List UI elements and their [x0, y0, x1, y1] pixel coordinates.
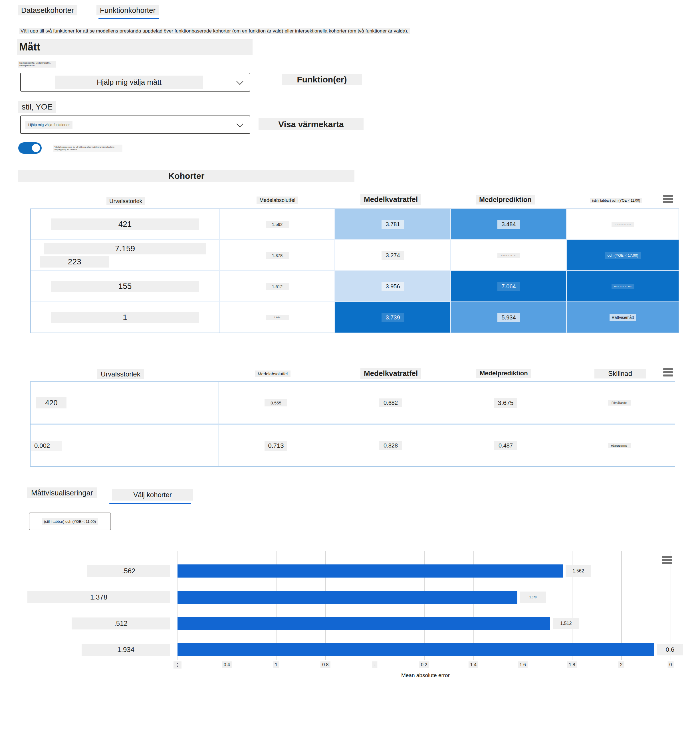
difference-table-cell: Måttfördelning [563, 425, 675, 466]
chart-bar [178, 591, 518, 604]
tab-feature-cohorts[interactable]: Funktionkohorter [96, 6, 159, 15]
heatmap-label: Visa värmekarta [259, 118, 363, 130]
cohort-table-cell: 1.934 [220, 302, 334, 333]
cell-value: Förhållande [608, 400, 631, 405]
features-label: Funktion(er) [282, 74, 362, 85]
features-dropdown[interactable]: Hjälp mig välja funktioner [20, 116, 250, 134]
metrics-dropdown-value: Hjälp mig välja mått [55, 76, 203, 89]
cell-value: 0.487 [494, 441, 517, 450]
difference-table-cell: 420 [31, 382, 219, 424]
chart-bar [178, 617, 550, 630]
tab-dataset-cohorts[interactable]: Datasetkohorter [18, 6, 77, 15]
cell-value: 7.159 [44, 243, 206, 254]
metrics-dropdown[interactable]: Hjälp mig välja mått [20, 73, 250, 91]
column-header-cohort: (stil i tabbar) och (YOE < 11.00) [590, 198, 643, 203]
category-label: 1.934 [82, 644, 170, 656]
x-tick-label: 0 [668, 661, 674, 668]
heatmap-toggle[interactable] [18, 142, 42, 154]
cell-value: 7.064 [497, 282, 520, 291]
cell-value: 3.956 [382, 282, 404, 291]
cell-value: 1.512 [266, 283, 289, 290]
x-tick-label: 1.6 [518, 661, 527, 668]
tab-metric-visualizations[interactable]: Måttvisualiseringar [27, 489, 97, 498]
chart-bar [178, 643, 654, 656]
cell-value: 1.378 [266, 252, 289, 259]
cohort-table-cell: och (YOE < 17.00) [567, 240, 679, 270]
difference-table-cell: 0.555 [219, 382, 333, 424]
difference-table-cell: 0.002 [31, 425, 219, 466]
cohort-metric-table: 4211.5623.7813.484·· · ··· ··· ··· ·· ··… [30, 208, 679, 333]
cohort-table-cell: 1 [31, 302, 219, 333]
x-tick-label: 1.8 [567, 661, 577, 668]
toggle-caption: Växla knappen om du vill aktivera eller … [53, 145, 122, 152]
column-header-mae: Medelabsolutfel [257, 197, 298, 204]
cohort-table-cell: 155 [31, 271, 219, 301]
x-tick-label: 0.2 [419, 661, 429, 668]
x-tick-label: 0.4 [222, 661, 232, 668]
toggle-knob [32, 144, 40, 152]
cell-value: 0.828 [379, 441, 402, 450]
cohort-table-cell: 1.562 [220, 209, 334, 239]
cohort-table-cell: 7.159223 [31, 240, 219, 270]
difference-table-cell: 0.713 [219, 425, 333, 466]
difference-table-cell: 0.487 [448, 425, 563, 466]
active-tab-underline [109, 503, 191, 504]
cell-value: 223 [40, 256, 109, 267]
difference-table-cell: Förhållande [563, 382, 675, 424]
cell-value: 1.934 [266, 315, 289, 320]
cell-value: · ··· ·· ·· ··· · ··· [497, 253, 520, 258]
cohort-table-cell: 7.064 [451, 271, 566, 301]
cell-value: 420 [36, 397, 66, 408]
chart-menu-icon[interactable] [662, 555, 672, 565]
selected-metrics-caption: Medelabsolutfel, Medelkvatratfel, Medelp… [18, 61, 56, 68]
cohort-table-cell: 1.512 [220, 271, 334, 301]
cell-value: Rättvisemått [610, 314, 636, 321]
cell-value: 3.675 [494, 398, 517, 408]
active-tab-underline [99, 18, 159, 19]
cohort-table-cell: ·· · ··· ··· ··· ·· ·· [567, 209, 679, 239]
cohort-table-cell: 3.956 [335, 271, 450, 301]
table-menu-icon[interactable] [663, 194, 673, 204]
cohort-table-cell: 1.378 [220, 240, 334, 270]
x-axis-title: Mean absolute error [366, 672, 485, 678]
category-label: .562 [87, 565, 170, 577]
cohort-table-cell: 3.739 [335, 302, 450, 333]
column-header-mse: Medelkvatratfel [360, 194, 421, 205]
cell-value: 3.781 [382, 220, 404, 229]
chart-gridline [671, 551, 671, 660]
x-tick-label: 2 [618, 661, 624, 668]
column-header-mse: Medelkvatratfel [360, 368, 421, 379]
column-header-sample-size: Urvalsstorlek [106, 197, 145, 206]
column-header-mae: Medelabsolutfel [255, 370, 291, 377]
cell-value: 0.002 [31, 441, 62, 451]
cohort-table-cell: 3.781 [335, 209, 450, 239]
cell-value: 3.739 [382, 313, 404, 322]
cell-value: 0.555 [265, 399, 287, 407]
cell-value: ·· · ··· ··· ··· ·· ·· [612, 222, 634, 227]
cell-value: 3.274 [382, 251, 404, 260]
bar-value-label: 1.562 [566, 565, 591, 577]
difference-table: 4200.5550.6823.675Förhållande0.0020.7130… [30, 381, 675, 467]
bar-value-label: 1.512 [553, 618, 579, 629]
column-header-mean-prediction: Medelprediktion [476, 369, 531, 378]
cohort-table-cell: ··· ·· ····· ··· ···· [567, 271, 679, 301]
cell-value: 5.934 [497, 313, 520, 322]
column-header-sample-size: Urvalsstorlek [97, 369, 144, 379]
table-menu-icon[interactable] [663, 367, 673, 378]
difference-table-cell: 0.682 [333, 382, 448, 424]
x-tick-label: 0.8 [321, 661, 330, 668]
cohort-table-cell: 5.934 [451, 302, 566, 333]
cell-value: och (YOE < 17.00) [605, 252, 640, 259]
metrics-title: Mått [17, 39, 253, 55]
chevron-down-icon [236, 120, 243, 127]
cell-value: 0.713 [265, 441, 287, 451]
tab-select-cohorts[interactable]: Välj kohorter [112, 489, 193, 501]
category-label: .512 [72, 618, 170, 630]
cell-value: Måttfördelning [608, 443, 631, 448]
category-label: 1.378 [27, 591, 170, 603]
x-tick-label: 1.4 [469, 661, 478, 668]
cohort-chip[interactable]: (stil i tabbar) och (YOE < 11.00) [29, 512, 111, 530]
cell-value: 0.682 [379, 398, 402, 407]
bar-value-label: 0.6 [657, 644, 683, 655]
cell-value: ··· ·· ····· ··· ···· [612, 284, 634, 289]
